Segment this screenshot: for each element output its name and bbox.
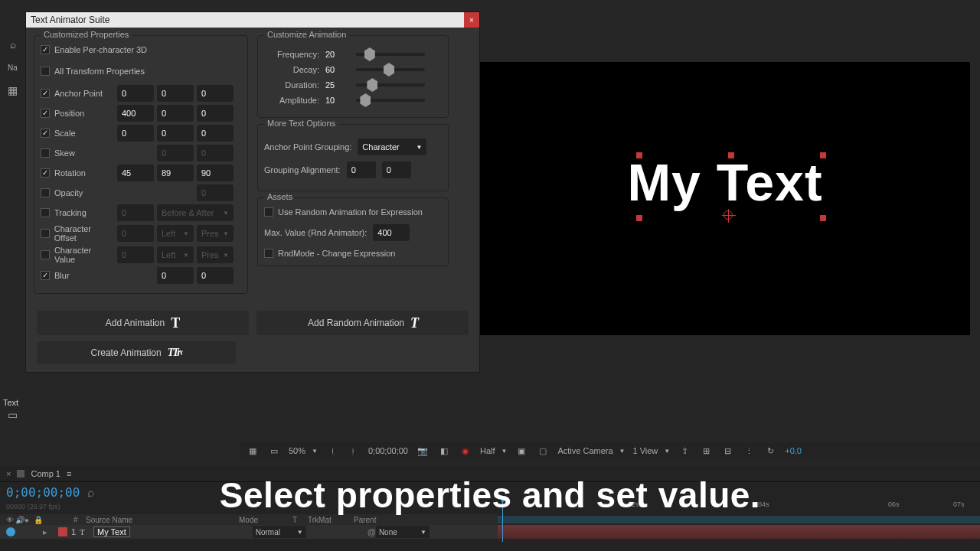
- handle-br[interactable]: [820, 215, 826, 221]
- views-drop[interactable]: 1 View▼: [633, 446, 671, 455]
- opacity-checkbox[interactable]: [41, 188, 50, 197]
- anchor-checkbox[interactable]: [41, 89, 50, 98]
- tab-menu-icon[interactable]: ≡: [67, 469, 71, 478]
- rotation-x[interactable]: [117, 165, 154, 181]
- reset-icon[interactable]: ↻: [763, 445, 777, 457]
- charvalue-checkbox[interactable]: [41, 250, 50, 259]
- rnd-mode-checkbox[interactable]: [264, 249, 273, 258]
- anchor-z[interactable]: [197, 85, 234, 102]
- position-z[interactable]: [197, 105, 234, 122]
- dialog-titlebar[interactable]: Text Animator Suite ×: [26, 12, 479, 28]
- region-icon[interactable]: ▢: [536, 445, 550, 457]
- timeline-layer-row[interactable]: ▸ 1 T My Text Normal▼ @ None▼: [0, 525, 498, 539]
- zoom-drop[interactable]: 50%▼: [289, 446, 318, 455]
- position-x[interactable]: [117, 105, 154, 122]
- charvalue-d1[interactable]: Left▼: [157, 246, 194, 263]
- tracking-x[interactable]: [117, 204, 154, 221]
- scale-z[interactable]: [197, 125, 234, 142]
- max-value-input[interactable]: [373, 224, 410, 241]
- search-icon-2[interactable]: ⌕: [87, 486, 95, 500]
- bracket-right-icon[interactable]: ⟯: [347, 445, 361, 457]
- rotation-y[interactable]: [157, 165, 194, 181]
- skew-checkbox[interactable]: [41, 148, 50, 158]
- expand-icon[interactable]: ▸: [43, 527, 58, 537]
- preview-text[interactable]: My Text: [627, 152, 822, 212]
- anchor-y[interactable]: [157, 85, 194, 102]
- search-icon[interactable]: ⌕: [4, 35, 22, 54]
- timeline-columns: 👁 🔊 ● 🔒 # Source Name Mode T TrkMat Pare…: [0, 514, 498, 525]
- group-align-y[interactable]: [382, 161, 411, 178]
- rotation-z[interactable]: [197, 165, 234, 181]
- charoffset-checkbox[interactable]: [41, 229, 50, 238]
- rnd-expr-checkbox[interactable]: [264, 207, 273, 217]
- opacity-z[interactable]: [197, 184, 234, 201]
- blur-z[interactable]: [197, 267, 234, 284]
- enable-3d-checkbox[interactable]: [41, 45, 50, 54]
- parent-drop[interactable]: None▼: [376, 526, 430, 538]
- all-transform-checkbox[interactable]: [41, 67, 50, 76]
- add-random-animation-button[interactable]: Add Random AnimationT: [256, 311, 469, 335]
- timeline-ruler[interactable]: 02s 04s 06s 07s: [498, 496, 980, 519]
- anchor-icon[interactable]: [724, 210, 733, 220]
- visibility-toggle[interactable]: [6, 527, 15, 536]
- panel-icon-2[interactable]: ▭: [4, 406, 22, 424]
- pixel-icon[interactable]: ⋮: [742, 445, 756, 457]
- playhead[interactable]: [502, 496, 503, 542]
- guides-icon[interactable]: ⊟: [720, 445, 734, 457]
- preview-panel[interactable]: My Text: [480, 62, 970, 335]
- charoffset-d1[interactable]: Left▼: [157, 225, 194, 242]
- layer-color-icon[interactable]: [58, 527, 67, 536]
- handle-tl[interactable]: [636, 152, 642, 158]
- anchor-group-drop[interactable]: Character▼: [358, 139, 426, 155]
- handle-tr[interactable]: [820, 152, 826, 158]
- color-wheel-icon[interactable]: ◉: [459, 445, 472, 457]
- resolution-drop[interactable]: Half▼: [480, 446, 507, 455]
- scale-checkbox[interactable]: [41, 129, 50, 138]
- parent-pickwhip-icon[interactable]: @: [368, 527, 376, 536]
- camera-drop[interactable]: Active Camera▼: [557, 446, 625, 455]
- scale-y[interactable]: [157, 125, 194, 142]
- timeline-timecode[interactable]: 0;00;00;00: [6, 485, 80, 500]
- tab-close-icon[interactable]: ×: [6, 469, 11, 478]
- position-y[interactable]: [157, 105, 194, 122]
- blend-mode-drop[interactable]: Normal▼: [253, 526, 306, 538]
- duration-slider[interactable]: [356, 83, 425, 86]
- tracking-checkbox[interactable]: [41, 208, 50, 217]
- share-icon[interactable]: ⇪: [678, 445, 691, 457]
- charoffset-x[interactable]: [117, 225, 154, 242]
- layer-duration-bar[interactable]: [498, 525, 980, 539]
- create-animation-button[interactable]: Create AnimationTTr‹: [37, 341, 236, 364]
- tracking-mode-drop[interactable]: Before & After▼: [157, 204, 234, 221]
- transparency-icon[interactable]: ▣: [514, 445, 528, 457]
- snapshot-icon[interactable]: ◧: [437, 445, 451, 457]
- anchor-x[interactable]: [117, 85, 154, 102]
- rotation-checkbox[interactable]: [41, 168, 50, 178]
- charvalue-x[interactable]: [117, 246, 154, 263]
- camera-icon[interactable]: 📷: [416, 445, 430, 457]
- layer-name[interactable]: My Text: [93, 527, 130, 537]
- charvalue-d2[interactable]: Pres▼: [197, 246, 234, 263]
- comp-tab[interactable]: Comp 1: [31, 469, 60, 478]
- group-align-x[interactable]: [347, 161, 376, 178]
- skew-y[interactable]: [157, 145, 194, 161]
- grid-icon[interactable]: ▦: [246, 445, 260, 457]
- layout-icon[interactable]: ⊞: [699, 445, 713, 457]
- blur-y[interactable]: [157, 267, 194, 284]
- handle-tm[interactable]: [728, 152, 734, 158]
- charoffset-label: Character Offset: [54, 224, 114, 243]
- skew-z[interactable]: [197, 145, 234, 161]
- monitor-icon[interactable]: ▭: [267, 445, 281, 457]
- charoffset-d2[interactable]: Pres▼: [197, 225, 234, 242]
- scale-x[interactable]: [117, 125, 154, 142]
- amplitude-slider[interactable]: [356, 99, 425, 102]
- position-checkbox[interactable]: [41, 109, 50, 118]
- handle-bl[interactable]: [636, 215, 642, 221]
- bracket-left-icon[interactable]: ⟮: [325, 445, 339, 457]
- panel-icon[interactable]: ▦: [4, 81, 22, 99]
- exposure-value[interactable]: +0,0: [785, 446, 802, 455]
- frequency-slider[interactable]: [356, 53, 425, 56]
- decay-slider[interactable]: [356, 68, 425, 71]
- close-button[interactable]: ×: [464, 12, 479, 28]
- add-animation-button[interactable]: Add AnimationT: [37, 311, 249, 335]
- blur-checkbox[interactable]: [41, 271, 50, 280]
